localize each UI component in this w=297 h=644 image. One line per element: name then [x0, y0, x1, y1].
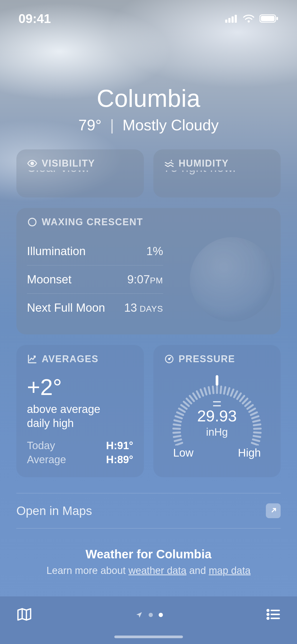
cellular-icon: [225, 14, 238, 23]
svg-line-38: [237, 393, 241, 399]
page-dots[interactable]: [135, 611, 163, 619]
svg-point-11: [168, 358, 170, 360]
next-full-moon-row: Next Full Moon 13 DAYS: [27, 294, 163, 322]
moonset-value: 9:07PM: [127, 273, 163, 286]
moon-title: WAXING CRESCENT: [42, 217, 143, 228]
wifi-icon: [243, 14, 255, 23]
averages-average-row: Average H:89°: [27, 453, 133, 467]
visibility-text: Clear view.: [27, 171, 133, 175]
moon-graphic: [190, 237, 274, 322]
visibility-title: VISIBILITY: [42, 158, 95, 169]
svg-line-28: [201, 389, 203, 395]
svg-line-33: [220, 387, 221, 393]
pressure-needle: [216, 375, 218, 386]
svg-line-27: [197, 391, 200, 397]
svg-line-51: [253, 439, 259, 441]
pressure-card[interactable]: PRESSURE = 29.93 inHg: [153, 345, 281, 477]
svg-rect-3: [235, 15, 237, 23]
svg-line-30: [209, 387, 210, 394]
open-in-maps-row[interactable]: Open in Maps: [16, 493, 281, 528]
chart-icon: [27, 354, 37, 364]
status-time: 09:41: [18, 11, 51, 26]
eye-icon: [27, 158, 37, 169]
svg-line-37: [234, 391, 237, 397]
next-full-moon-label: Next Full Moon: [27, 301, 105, 314]
svg-line-31: [213, 387, 213, 393]
svg-point-4: [248, 20, 250, 22]
city-name: Columbia: [0, 85, 297, 112]
svg-rect-1: [228, 18, 230, 23]
page-dot-active: [159, 613, 163, 617]
svg-point-8: [31, 162, 34, 165]
pressure-title: PRESSURE: [179, 353, 235, 365]
list-icon[interactable]: [265, 606, 281, 623]
svg-line-52: [252, 443, 258, 445]
attribution: Weather for Columbia Learn more about we…: [16, 547, 281, 576]
visibility-card[interactable]: VISIBILITY Clear view.: [16, 149, 144, 197]
pressure-gauge: = 29.93 inHg: [169, 377, 265, 445]
map-data-link[interactable]: map data: [209, 565, 251, 576]
weather-data-link[interactable]: weather data: [128, 565, 186, 576]
map-icon[interactable]: [16, 606, 33, 624]
next-full-moon-value: 13 DAYS: [124, 301, 163, 314]
conditions-line: 79° | Mostly Cloudy: [0, 116, 297, 134]
svg-rect-7: [276, 17, 278, 20]
svg-line-13: [175, 439, 181, 441]
location-header: Columbia 79° | Mostly Cloudy: [0, 85, 297, 134]
attribution-title: Weather for Columbia: [16, 547, 281, 561]
averages-today-row: Today H:91°: [27, 439, 133, 453]
battery-icon: [260, 14, 279, 23]
home-indicator[interactable]: [114, 636, 183, 638]
svg-line-12: [176, 443, 182, 445]
external-link-icon: [266, 503, 281, 518]
moon-illumination-row: Illumination 1%: [27, 237, 163, 265]
moonset-row: Moonset 9:07PM: [27, 265, 163, 294]
moon-card[interactable]: WAXING CRESCENT Illumination 1% Moonset …: [16, 208, 281, 334]
svg-point-55: [267, 614, 269, 615]
svg-line-35: [228, 388, 229, 394]
open-in-maps-label: Open in Maps: [16, 504, 92, 518]
current-temp: 79°: [78, 116, 102, 134]
moon-illumination-value: 1%: [146, 245, 163, 258]
svg-line-34: [224, 387, 225, 394]
pressure-trend: =: [169, 401, 265, 407]
averages-delta: +2°: [27, 374, 133, 400]
humidity-card[interactable]: HUMIDITY 75 right now.: [153, 149, 281, 197]
pressure-high-label: High: [238, 447, 261, 459]
moonset-label: Moonset: [27, 273, 72, 286]
humidity-title: HUMIDITY: [179, 158, 229, 169]
moon-icon: [27, 217, 37, 227]
humidity-icon: [164, 158, 175, 169]
gauge-icon: [164, 354, 175, 364]
page-dot: [149, 613, 153, 617]
svg-line-26: [193, 393, 197, 399]
bottom-toolbar: [0, 596, 297, 644]
averages-title: AVERAGES: [42, 353, 98, 365]
averages-desc: above average daily high: [27, 402, 133, 430]
pressure-unit: inHg: [169, 426, 265, 438]
svg-line-29: [205, 388, 206, 394]
svg-rect-6: [261, 16, 275, 21]
svg-point-9: [29, 218, 36, 226]
averages-card[interactable]: AVERAGES +2° above average daily high To…: [16, 345, 144, 477]
current-condition: Mostly Cloudy: [122, 116, 219, 134]
svg-line-36: [231, 389, 233, 395]
location-arrow-icon: [135, 611, 143, 619]
status-bar: 09:41: [0, 0, 297, 37]
divider: |: [110, 116, 114, 134]
status-indicators: [225, 14, 279, 23]
svg-point-53: [267, 610, 269, 611]
svg-point-57: [267, 618, 269, 619]
pressure-low-label: Low: [173, 447, 194, 459]
svg-rect-0: [225, 20, 227, 23]
moon-illumination-label: Illumination: [27, 245, 86, 258]
humidity-text: 75 right now.: [164, 171, 270, 175]
svg-rect-2: [232, 16, 234, 23]
